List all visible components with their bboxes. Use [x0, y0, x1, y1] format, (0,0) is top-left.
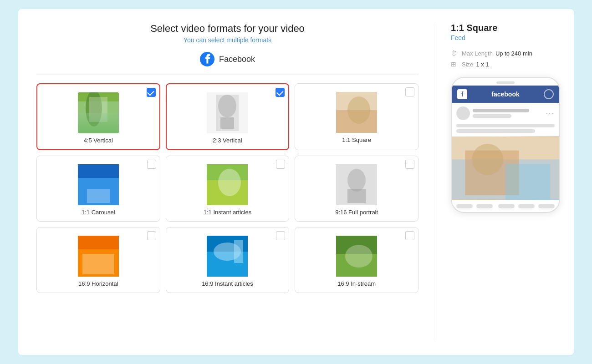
left-panel: Select video formats for your video You … — [18, 9, 437, 355]
facebook-icon — [200, 52, 214, 66]
svg-point-41 — [472, 144, 503, 175]
platform-header: Facebook — [36, 52, 418, 66]
fb-post-line-2 — [473, 114, 511, 118]
format-image-45vertical — [78, 92, 119, 133]
format-card-11instant[interactable]: 1:1 Instant articles — [166, 156, 290, 222]
format-card-11square[interactable]: 1:1 Square — [295, 83, 418, 150]
checkbox-45vertical[interactable] — [147, 88, 156, 97]
meta-label-size: Size — [462, 61, 473, 68]
fb-text-line-2 — [456, 129, 535, 133]
format-label-11square: 1:1 Square — [342, 136, 371, 143]
right-meta: ⏱ Max Length Up to 240 min ⊞ Size 1 x 1 — [451, 50, 560, 68]
fb-header: f facebook — [452, 86, 559, 103]
format-card-23vertical[interactable]: 2:3 Vertical — [166, 83, 290, 150]
fb-logo-small: f — [457, 89, 467, 99]
meta-label-maxlength: Max Length — [462, 50, 493, 57]
checkbox-23vertical[interactable] — [276, 88, 285, 97]
format-card-45vertical[interactable]: 4:5 Vertical — [36, 83, 160, 150]
format-label-169instant: 16:9 Instant articles — [202, 280, 253, 287]
fb-action-pill-1 — [456, 204, 473, 208]
format-image-11carousel — [78, 164, 119, 205]
fb-text-lines — [452, 124, 559, 136]
format-image-11square — [336, 92, 377, 133]
format-image-23vertical — [207, 92, 248, 133]
phone-mockup: f facebook ··· — [451, 77, 560, 213]
phone-top — [452, 78, 559, 86]
format-card-169horizontal[interactable]: 16:9 Horizontal — [36, 227, 160, 293]
checkbox-916portrait[interactable] — [405, 160, 414, 169]
svg-rect-17 — [87, 189, 110, 203]
platform-name: Facebook — [219, 55, 255, 64]
clock-icon: ⏱ — [451, 50, 459, 57]
fb-action-pill-3 — [498, 204, 515, 208]
format-image-169horizontal — [78, 236, 119, 277]
checkbox-169horizontal[interactable] — [147, 231, 156, 240]
svg-rect-33 — [234, 240, 243, 263]
format-card-169instant[interactable]: 16:9 Instant articles — [166, 227, 290, 293]
format-label-169instream: 16:9 In-stream — [337, 280, 376, 287]
format-label-11carousel: 1:1 Carousel — [82, 209, 115, 216]
format-label-916portrait: 9:16 Full portrait — [335, 209, 378, 216]
format-label-23vertical: 2:3 Vertical — [213, 137, 242, 144]
svg-point-12 — [347, 96, 370, 124]
platform-divider — [36, 75, 418, 75]
fb-text-line-1 — [456, 124, 555, 127]
meta-row-maxlength: ⏱ Max Length Up to 240 min — [451, 50, 560, 57]
svg-rect-42 — [505, 164, 550, 200]
svg-point-23 — [347, 169, 366, 192]
right-panel: 1:1 Square Feed ⏱ Max Length Up to 240 m… — [437, 9, 574, 355]
checkbox-11square[interactable] — [405, 87, 414, 96]
svg-rect-24 — [347, 189, 366, 203]
phone-notch — [496, 81, 515, 84]
checkbox-169instream[interactable] — [405, 231, 414, 240]
right-panel-title: 1:1 Square — [451, 23, 560, 33]
meta-value-maxlength: Up to 240 min — [495, 50, 532, 57]
format-card-11carousel[interactable]: 1:1 Carousel — [36, 156, 160, 222]
format-card-916portrait[interactable]: 9:16 Full portrait — [295, 156, 418, 222]
fb-dots: ··· — [546, 109, 555, 117]
fb-header-circle — [544, 89, 554, 99]
fb-post-image — [452, 136, 559, 200]
meta-row-size: ⊞ Size 1 x 1 — [451, 61, 560, 68]
right-panel-subtitle: Feed — [451, 34, 560, 41]
fb-actions — [452, 200, 559, 212]
format-image-916portrait — [336, 164, 377, 205]
fb-post-lines — [473, 109, 543, 118]
fb-action-pill-5 — [538, 204, 555, 208]
format-image-169instant — [207, 236, 248, 277]
page-subtitle: You can select multiple formats — [184, 36, 271, 44]
fb-post-avatar — [456, 106, 470, 120]
fb-header-name: facebook — [491, 91, 519, 98]
svg-point-8 — [218, 95, 236, 117]
format-label-45vertical: 4:5 Vertical — [84, 137, 113, 144]
format-label-11instant: 1:1 Instant articles — [204, 209, 252, 216]
fb-action-group-left — [456, 204, 493, 208]
fb-action-group-right — [498, 204, 555, 208]
format-card-169instream[interactable]: 16:9 In-stream — [295, 227, 418, 293]
resize-icon: ⊞ — [451, 61, 459, 68]
fb-post-header: ··· — [452, 103, 559, 124]
svg-rect-9 — [220, 117, 234, 129]
format-image-169instream — [336, 236, 377, 277]
formats-grid: 4:5 Vertical 2:3 Vertical — [36, 83, 418, 293]
svg-point-20 — [218, 169, 241, 196]
format-image-11instant — [207, 164, 248, 205]
format-label-169horizontal: 16:9 Horizontal — [78, 280, 118, 287]
checkbox-11carousel[interactable] — [147, 160, 156, 169]
fb-post-line-1 — [473, 109, 529, 112]
svg-rect-4 — [89, 97, 107, 122]
meta-value-size: 1 x 1 — [476, 61, 489, 68]
fb-action-pill-4 — [518, 204, 535, 208]
checkbox-11instant[interactable] — [276, 160, 285, 169]
fb-action-pill-2 — [476, 204, 493, 208]
main-container: Select video formats for your video You … — [18, 9, 574, 355]
svg-point-36 — [345, 245, 373, 268]
checkbox-169instant[interactable] — [276, 231, 285, 240]
page-title: Select video formats for your video — [150, 23, 305, 35]
svg-rect-28 — [82, 254, 114, 274]
